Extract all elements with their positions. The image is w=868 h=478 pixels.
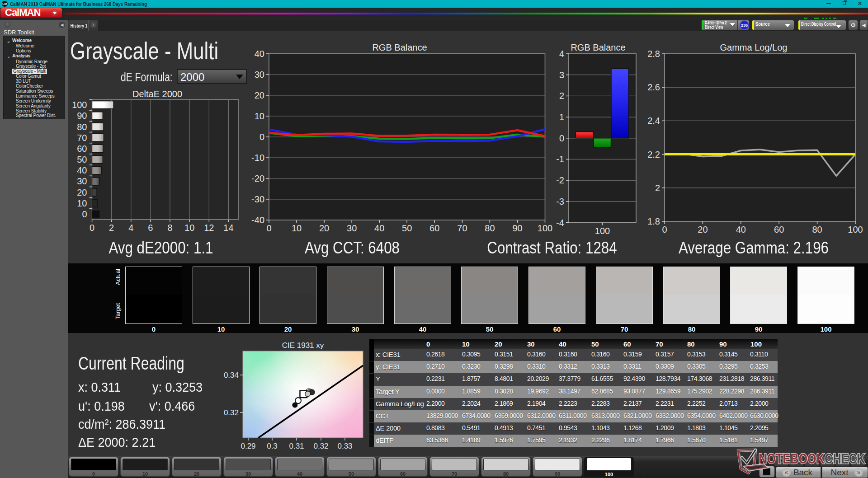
svg-text:-4: -4 xyxy=(556,218,564,228)
svg-text:90: 90 xyxy=(77,111,87,121)
svg-text:0.3: 0.3 xyxy=(267,442,278,450)
svg-text:10: 10 xyxy=(184,223,194,233)
svg-text:10: 10 xyxy=(255,111,264,121)
svg-text:90: 90 xyxy=(512,223,522,233)
svg-text:-1: -1 xyxy=(556,154,564,164)
svg-text:0: 0 xyxy=(559,133,564,143)
svg-text:2: 2 xyxy=(109,223,114,233)
svg-text:20: 20 xyxy=(698,225,708,234)
svg-text:8: 8 xyxy=(167,223,172,233)
svg-text:60: 60 xyxy=(774,225,784,234)
svg-text:30: 30 xyxy=(255,70,264,80)
svg-text:Gamma Log/Log: Gamma Log/Log xyxy=(720,42,788,52)
svg-text:20: 20 xyxy=(77,187,87,197)
svg-text:100: 100 xyxy=(595,226,610,235)
svg-text:2.4: 2.4 xyxy=(647,116,660,126)
svg-text:12: 12 xyxy=(204,223,214,233)
svg-text:0.29: 0.29 xyxy=(241,442,255,450)
svg-text:100: 100 xyxy=(538,223,552,233)
svg-text:10: 10 xyxy=(77,198,87,208)
svg-text:RGB Balance: RGB Balance xyxy=(372,42,427,52)
svg-text:CIE 1931 xy: CIE 1931 xy xyxy=(282,341,324,350)
svg-text:-30: -30 xyxy=(251,194,264,204)
svg-text:1: 1 xyxy=(559,112,564,122)
svg-text:70: 70 xyxy=(77,133,87,143)
svg-text:0.33: 0.33 xyxy=(337,442,352,450)
svg-text:0.32: 0.32 xyxy=(224,408,239,417)
svg-text:0: 0 xyxy=(266,223,271,233)
svg-text:4: 4 xyxy=(128,223,133,233)
svg-text:1.8: 1.8 xyxy=(647,216,660,226)
svg-text:0: 0 xyxy=(82,209,87,219)
svg-text:10: 10 xyxy=(292,223,302,233)
svg-text:60: 60 xyxy=(429,223,439,233)
svg-text:-20: -20 xyxy=(251,173,264,183)
svg-text:2.2: 2.2 xyxy=(647,150,660,159)
svg-text:2.6: 2.6 xyxy=(647,82,660,92)
svg-text:-3: -3 xyxy=(556,197,564,206)
svg-text:50: 50 xyxy=(402,223,412,233)
svg-text:40: 40 xyxy=(255,49,264,59)
svg-text:50: 50 xyxy=(77,155,87,164)
svg-text:4: 4 xyxy=(559,49,564,59)
svg-text:80: 80 xyxy=(77,122,87,132)
svg-text:100: 100 xyxy=(72,100,87,110)
svg-text:40: 40 xyxy=(77,165,87,175)
svg-text:-2: -2 xyxy=(556,175,564,185)
svg-text:0.34: 0.34 xyxy=(224,371,239,380)
svg-text:0: 0 xyxy=(90,223,94,233)
svg-text:30: 30 xyxy=(77,176,87,186)
svg-text:0.32: 0.32 xyxy=(313,442,328,450)
svg-text:20: 20 xyxy=(255,90,264,100)
svg-text:100: 100 xyxy=(848,225,863,234)
svg-text:0: 0 xyxy=(259,132,264,142)
svg-text:-10: -10 xyxy=(251,153,264,163)
svg-text:6: 6 xyxy=(148,223,153,233)
svg-text:NOTEBOOK: NOTEBOOK xyxy=(759,451,825,466)
svg-text:80: 80 xyxy=(485,223,495,233)
svg-text:40: 40 xyxy=(736,225,746,234)
svg-text:0: 0 xyxy=(662,225,667,234)
svg-text:-40: -40 xyxy=(251,215,264,225)
svg-text:2: 2 xyxy=(559,91,564,101)
svg-text:60: 60 xyxy=(77,144,87,154)
svg-text:3: 3 xyxy=(559,70,564,80)
svg-text:2: 2 xyxy=(655,183,660,193)
svg-text:80: 80 xyxy=(812,225,822,234)
svg-text:RGB Balance: RGB Balance xyxy=(571,42,625,52)
svg-text:14: 14 xyxy=(223,223,233,233)
svg-text:70: 70 xyxy=(457,223,467,233)
svg-text:30: 30 xyxy=(347,223,357,233)
svg-text:40: 40 xyxy=(374,223,384,233)
svg-text:DeltaE 2000: DeltaE 2000 xyxy=(132,89,182,99)
svg-text:2.8: 2.8 xyxy=(647,49,660,59)
svg-text:0.31: 0.31 xyxy=(289,442,304,450)
svg-text:CHECK: CHECK xyxy=(825,451,865,466)
svg-text:20: 20 xyxy=(319,223,329,233)
